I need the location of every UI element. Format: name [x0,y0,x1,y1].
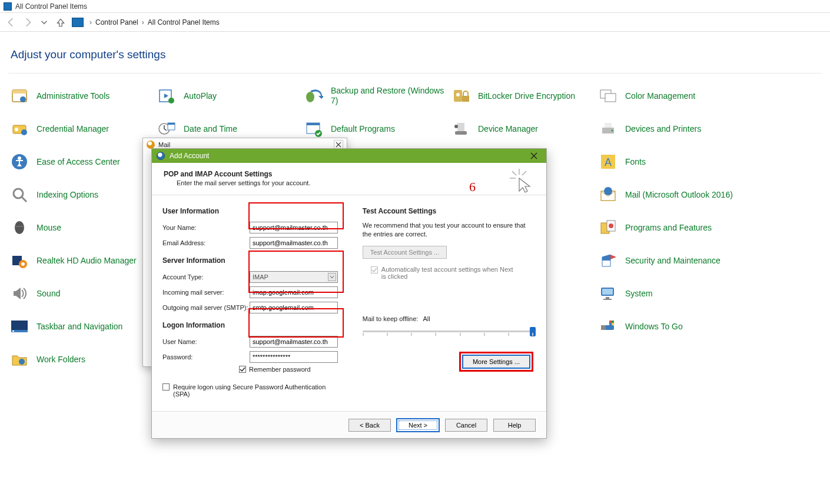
chevron-down-icon [328,273,336,281]
nav-bar: › Control Panel › All Control Panel Item… [0,13,830,32]
cp-item-label: Sound [36,289,60,299]
cp-item-label: Date and Time [184,124,237,134]
cp-item-label: Backup and Restore (Windows 7) [331,86,448,106]
your-name-label: Your Name: [162,224,250,231]
account-type-label: Account Type: [162,273,250,281]
back-icon[interactable] [6,17,16,28]
username-field[interactable] [250,336,338,348]
remember-password-checkbox[interactable] [239,366,246,373]
svg-rect-11 [605,94,616,102]
credential-icon [9,119,29,139]
security-icon [598,251,618,271]
cp-item-date-and-time[interactable]: Date and Time [157,117,301,141]
defprog-icon [304,119,324,139]
cp-item-administrative-tools[interactable]: Administrative Tools [9,84,154,108]
offline-slider[interactable] [363,326,536,338]
index-icon [9,185,29,205]
cp-item-taskbar-and-navigation[interactable]: Taskbar and Navigation [9,315,154,338]
spa-label: Require logon using Secure Password Auth… [173,383,338,398]
svg-point-39 [609,223,613,228]
cp-item-label: Security and Maintenance [625,256,721,266]
cp-item-label: Color Management [625,91,695,101]
cp-item-realtek-hd-audio-manager[interactable]: Realtek HD Audio Manager [9,249,154,272]
cp-item-label: Devices and Printers [625,124,701,134]
breadcrumb-controlpanel-icon[interactable] [72,18,84,27]
cp-item-security-and-maintenance[interactable]: Security and Maintenance [598,249,742,272]
cp-item-devices-and-printers[interactable]: Devices and Printers [598,117,742,141]
more-settings-button[interactable]: More Settings ... [463,355,530,368]
window-title-bar: All Control Panel Items [0,0,830,13]
cp-item-indexing-options[interactable]: Indexing Options [9,183,154,206]
cp-item-label: AutoPlay [184,91,217,101]
remember-password-row[interactable]: Remember password [239,366,347,373]
cp-item-backup-and-restore-windows-7-[interactable]: Backup and Restore (Windows 7) [304,84,448,108]
svg-point-32 [14,189,23,198]
cp-item-mouse[interactable]: Mouse [9,216,154,239]
cp-item-work-folders[interactable]: Work Folders [9,348,154,371]
svg-rect-9 [462,96,469,102]
svg-marker-43 [610,255,616,259]
cp-item-fonts[interactable]: AFonts [598,150,742,173]
password-field[interactable] [250,351,338,363]
forward-icon[interactable] [22,17,33,28]
svg-rect-52 [601,325,606,330]
cp-item-label: System [625,289,653,299]
your-name-field[interactable] [250,222,338,233]
cp-item-label: Programs and Features [625,223,712,233]
email-field[interactable] [250,237,338,249]
close-icon[interactable] [526,150,542,162]
cp-item-mail-microsoft-outlook-2016-[interactable]: Mail (Microsoft Outlook 2016) [598,183,742,206]
cp-item-programs-and-features[interactable]: Programs and Features [598,216,742,239]
cancel-button[interactable]: Cancel [445,419,487,432]
divider [8,73,822,74]
sound-icon [9,283,29,303]
svg-rect-1 [12,90,26,94]
auto-test-checkbox[interactable] [371,266,378,273]
incoming-server-field[interactable] [250,286,338,298]
next-button[interactable]: Next > [397,419,439,432]
svg-rect-47 [603,299,612,300]
incoming-label: Incoming mail server: [162,289,250,296]
svg-rect-18 [168,123,175,125]
cp-item-ease-of-access-center[interactable]: Ease of Access Center [9,150,154,173]
back-button[interactable]: < Back [348,419,391,432]
up-icon[interactable] [55,17,66,28]
cp-item-system[interactable]: System [598,282,742,305]
svg-point-36 [15,221,24,234]
svg-line-60 [522,171,526,175]
dialog-header: Add Account [152,149,546,163]
recent-down-icon[interactable] [39,17,49,28]
svg-point-8 [456,93,460,96]
outgoing-server-field[interactable] [250,302,338,313]
cp-item-sound[interactable]: Sound [9,282,154,305]
cp-item-credential-manager[interactable]: Credential Manager [9,117,154,141]
server-info-heading: Server Information [162,256,347,265]
test-settings-text: We recommend that you test your account … [363,221,536,239]
svg-point-24 [454,125,458,128]
system-icon [598,283,618,303]
breadcrumb-current[interactable]: All Control Panel Items [148,18,220,26]
cp-item-label: Device Manager [478,124,538,134]
svg-point-27 [612,130,613,132]
svg-point-42 [21,262,25,266]
cp-item-default-programs[interactable]: Default Programs [304,117,448,141]
page-title: Adjust your computer's settings [11,48,822,61]
spa-checkbox[interactable] [162,383,170,390]
cp-item-color-management[interactable]: Color Management [598,84,742,108]
window-title: All Control Panel Items [15,2,87,11]
breadcrumb-root[interactable]: Control Panel [95,18,138,26]
cp-item-device-manager[interactable]: Device Manager [451,117,595,141]
svg-rect-55 [609,323,612,325]
admintools-icon [9,86,29,106]
auto-test-row[interactable]: Automatically test account settings when… [363,266,536,280]
test-account-button[interactable]: Test Account Settings ... [363,246,447,259]
cp-item-windows-to-go[interactable]: Windows To Go [598,315,742,338]
svg-line-59 [512,171,516,175]
spa-row[interactable]: Require logon using Secure Password Auth… [162,383,347,398]
account-type-select[interactable]: IMAP [250,271,338,283]
help-button[interactable]: Help [493,419,536,432]
cp-item-label: Credential Manager [36,124,109,134]
cp-item-bitlocker-drive-encryption[interactable]: BitLocker Drive Encryption [451,84,595,108]
offline-value: All [423,315,430,322]
cp-item-autoplay[interactable]: AutoPlay [157,84,301,108]
